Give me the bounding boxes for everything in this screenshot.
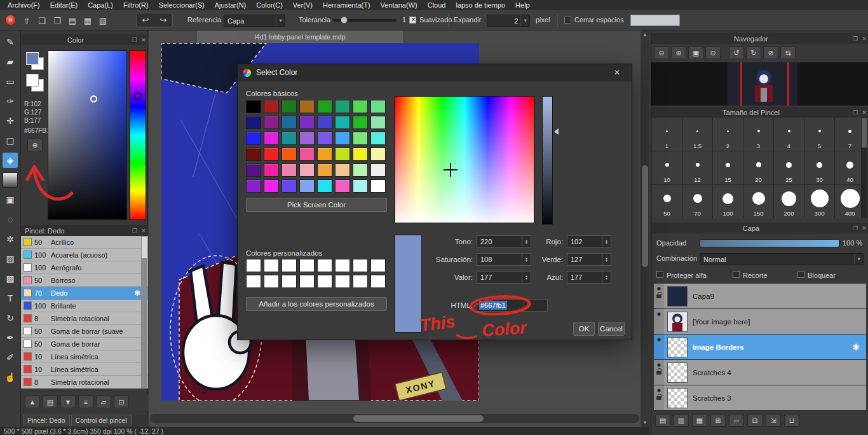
html-input[interactable]: #667fb1 [477,299,548,312]
basic-color-swatch[interactable] [317,132,332,145]
brush-new-icon[interactable]: ▤ [43,396,58,408]
brush-size-cell[interactable]: 1.5 [682,118,712,151]
brush-item[interactable]: 70Dedo✱ [21,287,148,300]
transparent-color-button[interactable]: ⊕ [27,139,43,151]
pen-tool[interactable]: ✎ [3,34,18,50]
brush-list-scrollbar[interactable] [141,236,147,389]
layer-settings-icon[interactable]: ✱ [852,342,860,352]
basic-color-swatch[interactable] [317,148,332,161]
menu-item-1[interactable]: Editar(E) [45,0,83,10]
lock-checkbox[interactable] [797,271,804,278]
suavizado-checkbox[interactable] [409,17,416,24]
basic-color-swatch[interactable] [353,179,368,193]
basic-color-swatch[interactable] [353,148,368,161]
brush-item[interactable]: 10Línea simétrica [21,363,148,376]
reset-view-button[interactable]: ⊘ [763,46,778,59]
dialog-close-icon[interactable]: ✕ [607,68,627,77]
tolerancia-slider[interactable] [333,19,397,22]
custom-color-swatch[interactable] [335,259,350,272]
magic-wand-tool[interactable]: ✲ [3,231,18,247]
close-document-icon[interactable]: ✕ [5,15,16,25]
custom-color-swatch[interactable] [370,259,386,272]
custom-color-swatch[interactable] [299,259,315,272]
brush-size-cell[interactable]: 40 [835,151,865,184]
scrollbar-thumb[interactable] [642,165,648,267]
trash-button[interactable]: ⊔ [784,414,799,427]
menu-item-4[interactable]: Seleccionar(S) [154,0,210,10]
basic-color-swatch[interactable] [246,163,261,177]
spin-arrows[interactable]: ▲▼ [602,254,611,265]
brush-size-cell[interactable]: 400 [835,185,865,218]
menu-item-2[interactable]: Capa(L) [83,0,118,10]
basic-color-swatch[interactable] [317,179,332,193]
brush-size-cell[interactable]: 2 [713,118,743,151]
hand-tool[interactable]: ☝ [3,369,18,385]
menu-item-10[interactable]: Cloud [423,0,451,10]
spin-arrows[interactable]: ▲▼ [602,236,611,247]
pattern-tool[interactable]: ▨ [3,251,18,266]
tab-pincel[interactable]: Pincel: Dedo [23,415,70,426]
close-icon[interactable]: ✕ [139,37,148,43]
basic-color-swatch[interactable] [264,100,279,113]
canvas-vertical-scrollbar[interactable]: ▲ ▼ [641,31,649,427]
basic-color-swatch[interactable] [246,179,261,193]
blend-mode-dropdown[interactable]: Normal▾ [700,253,864,265]
brush-settings-icon[interactable]: ✱ [134,289,140,298]
custom-color-swatch[interactable] [353,259,368,272]
basic-color-swatch[interactable] [281,100,297,113]
basic-color-swatch[interactable] [317,100,332,113]
brush-size-cell[interactable]: 50 [652,185,682,218]
menu-item-12[interactable]: Help [510,0,535,10]
expandir-spinner[interactable]: 2▾ [487,15,530,27]
add-layer-button[interactable]: ▤ [655,414,670,427]
basic-color-swatch[interactable] [370,163,386,177]
scrollbar-thumb[interactable] [142,237,147,258]
add-custom-colors-button[interactable]: Añadir a los colores personalizados [246,297,387,311]
popout-icon[interactable]: ❐ [851,109,860,116]
brush-size-cell[interactable]: 1 [652,118,682,151]
basic-color-swatch[interactable] [335,132,350,145]
eyedropper-tool[interactable]: ✒ [3,330,18,345]
redo-button[interactable]: ↪ [155,14,172,26]
basic-color-swatch[interactable] [353,116,368,129]
comment-icon[interactable]: ❑ [36,14,48,27]
brush-tool[interactable]: ✑ [3,93,18,109]
brush-copy-icon[interactable]: ⊡ [114,396,129,408]
duplicate-button[interactable]: ⊡ [747,414,763,427]
select-tool[interactable]: ▢ [3,133,18,148]
flip-button[interactable]: ⇆ [780,46,796,59]
basic-color-swatch[interactable] [299,163,315,177]
brush-size-cell[interactable]: 200 [774,185,804,218]
basic-color-swatch[interactable] [264,163,279,177]
protect-alpha-checkbox[interactable] [656,271,663,278]
menu-item-5[interactable]: Ajustar(N) [210,0,252,10]
layer-visible-dot[interactable] [657,312,661,316]
scrollbar-thumb[interactable] [353,415,484,422]
basic-color-swatch[interactable] [353,163,368,177]
layer-visible-dot[interactable] [657,363,661,367]
menu-item-6[interactable]: Color(C) [251,0,288,10]
menu-item-3[interactable]: Filtro(R) [118,0,154,10]
layer-row[interactable]: Capa9 [654,284,866,308]
basic-color-swatch[interactable] [353,100,368,113]
custom-color-swatch[interactable] [353,275,368,288]
basic-color-swatch[interactable] [281,163,297,177]
layer-visible-dot[interactable] [657,338,661,342]
zoom-out-button[interactable]: ⊖ [654,46,669,59]
menu-item-7[interactable]: Ver(V) [288,0,318,10]
rotate-cw-button[interactable]: ↻ [746,46,761,59]
spin-arrows[interactable]: ▲▼ [522,272,531,283]
basic-color-swatch[interactable] [299,100,315,113]
layer-row[interactable]: Scratches 4 [654,360,866,385]
hue-marker[interactable] [134,92,142,100]
add-layer2-button[interactable]: ▥ [674,414,689,427]
brush-size-cell[interactable]: 70 [682,185,712,218]
pen2-tool[interactable]: ✐ [3,350,18,365]
move-tool[interactable]: ✛ [3,113,18,128]
secondary-color-swatch[interactable] [26,74,39,86]
basic-color-swatch[interactable] [299,116,315,129]
basic-color-swatch[interactable] [281,116,297,129]
menu-item-8[interactable]: Herramienta(T) [318,0,376,10]
zoom-in-button[interactable]: ⊕ [671,46,686,59]
close-icon[interactable]: ✕ [860,36,868,42]
